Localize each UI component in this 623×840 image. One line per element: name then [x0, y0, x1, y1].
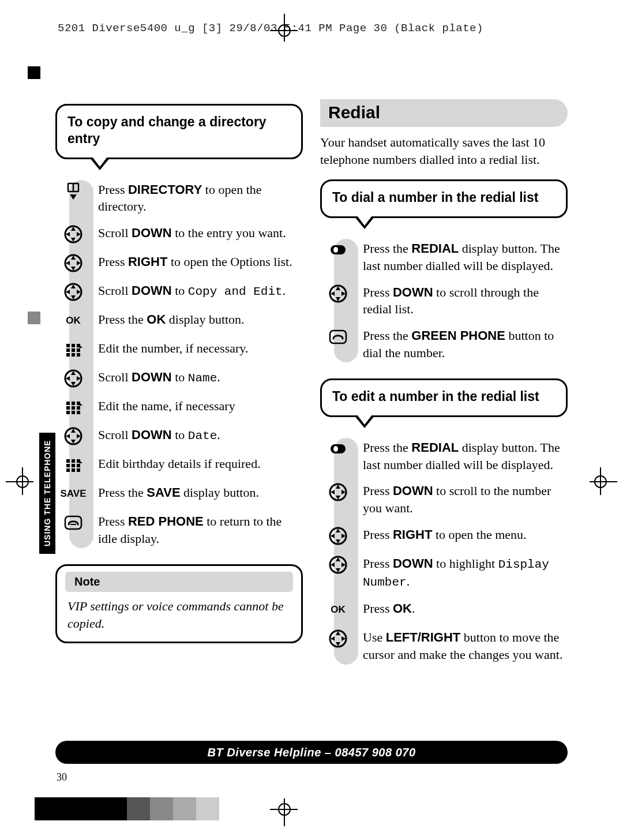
nav-pad-icon [59, 426, 88, 446]
step-text: Press DOWN to scroll through the redial … [363, 284, 568, 318]
callout-title: To edit a number in the redial list [332, 388, 556, 405]
svg-marker-86 [341, 636, 346, 641]
red-phone-icon [59, 513, 88, 532]
step-row: OKPress OK. [324, 595, 568, 624]
svg-rect-54 [77, 468, 80, 472]
ok: OK [59, 311, 88, 331]
step-row: Scroll DOWN to Date. [59, 422, 303, 451]
svg-marker-12 [77, 261, 81, 265]
nav-pad-icon [324, 482, 352, 502]
step-text: Press RIGHT to open the Options list. [98, 253, 303, 271]
svg-rect-47 [72, 459, 75, 463]
step-text: Press DOWN to highlight Display Number. [363, 555, 568, 591]
svg-marker-2 [70, 194, 77, 200]
callout-edit: To edit a number in the redial list [320, 378, 568, 417]
step-text: Press the SAVE display button. [98, 484, 303, 501]
step-text: Press the GREEN PHONE button to dial the… [363, 327, 568, 361]
keypad-icon [63, 340, 83, 359]
step-text: Press the REDIAL display button. The las… [363, 240, 568, 274]
step-row: Press DOWN to highlight Display Number. [324, 550, 568, 596]
svg-rect-36 [72, 406, 75, 410]
step-row: Press RIGHT to open the menu. [324, 522, 568, 550]
keypad-icon [63, 455, 83, 475]
svg-rect-53 [72, 468, 75, 472]
svg-marker-44 [66, 434, 70, 438]
svg-marker-71 [341, 490, 346, 494]
svg-marker-85 [331, 636, 335, 641]
svg-rect-39 [72, 411, 75, 414]
color-patch [28, 312, 40, 324]
steps-copy-entry: Press DIRECTORY to open the directory.Sc… [59, 177, 303, 552]
print-slug: 5201 Diverse5400 u_g [3] 29/8/03 5:41 PM… [58, 22, 483, 35]
nav-pad-icon [63, 253, 83, 273]
svg-rect-51 [77, 464, 80, 467]
swatch [58, 797, 81, 820]
keypad-icon [59, 397, 88, 417]
svg-marker-83 [336, 631, 340, 635]
steps-dial: Press the REDIAL display button. The las… [324, 235, 568, 366]
step-row: Press DOWN to scroll through the redial … [324, 279, 568, 322]
step-row: Scroll DOWN to Name. [59, 364, 303, 393]
svg-marker-73 [336, 528, 340, 532]
green-phone-icon [324, 327, 352, 347]
swatch [104, 797, 127, 820]
page-content: USING THE TELEPHONE To copy and change a… [55, 69, 568, 788]
swatch [196, 797, 219, 820]
note-heading: Note [65, 572, 293, 592]
svg-rect-26 [77, 353, 80, 357]
step-row: Edit the name, if necessary [59, 393, 303, 422]
nav-pad-icon [63, 282, 83, 302]
step-row: Press DOWN to scroll to the number you w… [324, 478, 568, 521]
nav-pad-icon [328, 482, 348, 502]
svg-marker-4 [71, 227, 76, 231]
svg-marker-84 [336, 642, 340, 646]
registration-mark-top [276, 14, 293, 42]
svg-marker-43 [71, 440, 76, 444]
step-row: Edit birthday details if required. [59, 451, 303, 479]
svg-rect-25 [72, 353, 75, 357]
swatch [173, 797, 196, 820]
swatch [127, 797, 150, 820]
nav-pad-icon [63, 426, 83, 446]
nav-pad-icon [324, 526, 352, 546]
svg-marker-76 [341, 534, 346, 538]
svg-rect-40 [77, 411, 80, 414]
svg-marker-6 [66, 232, 70, 237]
step-row: Press the GREEN PHONE button to dial the… [324, 322, 568, 366]
step-row: Press the REDIAL display button. The las… [324, 434, 568, 478]
svg-point-58 [333, 247, 338, 253]
softkey-icon [328, 439, 348, 459]
step-text: Press RIGHT to open the menu. [363, 526, 568, 543]
svg-marker-78 [336, 557, 340, 561]
svg-rect-49 [66, 464, 70, 467]
svg-rect-21 [66, 348, 70, 352]
svg-marker-60 [336, 286, 340, 290]
svg-marker-16 [66, 290, 70, 294]
right-column: Redial Your handset automatically saves … [320, 69, 568, 668]
svg-rect-64 [330, 331, 346, 343]
nav-pad-icon [59, 224, 88, 244]
svg-marker-79 [336, 568, 340, 572]
step-row: OKPress the OK display button. [59, 306, 303, 335]
step-row: Edit the number, if necessary. [59, 335, 303, 364]
svg-rect-46 [66, 459, 70, 463]
nav-pad-icon [328, 629, 348, 648]
swatch [81, 797, 104, 820]
step-text: Scroll DOWN to Copy and Edit. [98, 282, 303, 300]
svg-marker-28 [71, 371, 76, 375]
step-text: Edit the name, if necessary [98, 397, 303, 415]
step-row: Use LEFT/RIGHT button to move the cursor… [324, 624, 568, 667]
book-down-icon [63, 181, 83, 201]
softkey-icon [324, 439, 352, 459]
page-number: 30 [57, 771, 67, 783]
svg-marker-75 [331, 534, 335, 538]
step-row: Press DIRECTORY to open the directory. [59, 177, 303, 220]
step-text: Edit birthday details if required. [98, 455, 303, 472]
callout-title: To copy and change a directory entry [67, 114, 291, 147]
callout-copy-entry: To copy and change a directory entry [55, 104, 303, 159]
step-text: Press DOWN to scroll to the number you w… [363, 482, 568, 516]
svg-rect-23 [77, 348, 80, 352]
svg-marker-63 [341, 291, 346, 296]
svg-marker-45 [77, 434, 81, 438]
callout-title: To dial a number in the redial list [332, 189, 556, 206]
